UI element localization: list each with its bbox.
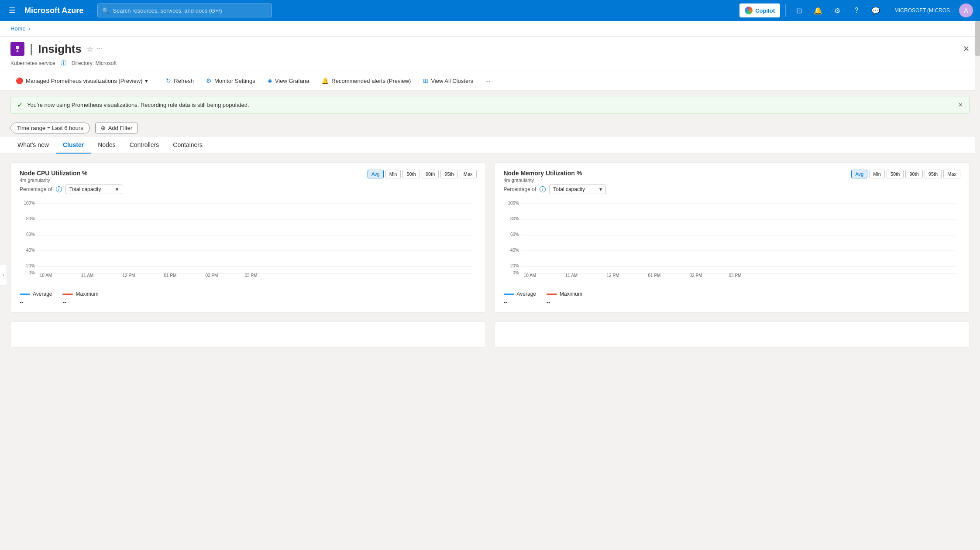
more-toolbar-icon: ··· bbox=[485, 78, 490, 84]
cpu-btn-avg[interactable]: Avg bbox=[368, 170, 384, 178]
svg-text:0%: 0% bbox=[512, 270, 519, 275]
brand-name: Microsoft Azure bbox=[24, 6, 83, 15]
view-all-clusters-label: View All Clusters bbox=[431, 78, 473, 84]
cpu-chart-svg: 100% 80% 60% 40% 20% 0% 10 AM 11 AM bbox=[20, 199, 477, 278]
memory-btn-90th[interactable]: 90th bbox=[905, 170, 922, 178]
refresh-icon: ↻ bbox=[166, 77, 171, 84]
svg-text:60%: 60% bbox=[510, 232, 519, 237]
cpu-avg-line bbox=[20, 294, 30, 295]
memory-avg-label: Average bbox=[517, 291, 536, 297]
cpu-info-icon[interactable]: i bbox=[56, 186, 62, 192]
portal-icon[interactable]: ⊡ bbox=[791, 3, 807, 18]
memory-avg-line bbox=[504, 294, 514, 295]
svg-text:02 PM: 02 PM bbox=[689, 273, 702, 278]
more-toolbar-button[interactable]: ··· bbox=[480, 75, 495, 87]
memory-btn-50th[interactable]: 50th bbox=[887, 170, 904, 178]
memory-percentage-dropdown[interactable]: Total capacity ▾ bbox=[549, 184, 606, 194]
memory-btn-max[interactable]: Max bbox=[943, 170, 960, 178]
tab-controllers[interactable]: Controllers bbox=[123, 137, 166, 154]
breadcrumb-sep: › bbox=[28, 25, 30, 32]
prometheus-button[interactable]: 🔴 Managed Prometheus visualizations (Pre… bbox=[10, 75, 153, 87]
cpu-chart-granularity: 4m granularity bbox=[20, 178, 88, 183]
memory-info-icon[interactable]: i bbox=[540, 186, 546, 192]
memory-btn-min[interactable]: Min bbox=[869, 170, 885, 178]
page-icon bbox=[10, 42, 24, 56]
svg-text:11 AM: 11 AM bbox=[81, 273, 93, 278]
time-range-button[interactable]: Time range = Last 6 hours bbox=[10, 123, 90, 133]
cpu-percentage-label: Percentage of bbox=[20, 186, 52, 192]
monitor-settings-button[interactable]: ⚙ Monitor Settings bbox=[201, 75, 261, 87]
alert-banner: ✓ You're now using Prometheus visualizat… bbox=[10, 96, 970, 114]
svg-text:10 AM: 10 AM bbox=[523, 273, 536, 278]
settings-gear-icon: ⚙ bbox=[206, 77, 212, 84]
breadcrumb-home[interactable]: Home bbox=[10, 25, 26, 32]
grafana-icon: ◈ bbox=[268, 77, 272, 84]
view-all-clusters-button[interactable]: ⊞ View All Clusters bbox=[418, 75, 478, 87]
more-options-icon[interactable]: ··· bbox=[96, 45, 102, 53]
svg-text:0%: 0% bbox=[29, 270, 35, 275]
cpu-chart-area: 100% 80% 60% 40% 20% 0% 10 AM 11 AM bbox=[20, 199, 477, 287]
monitor-settings-label: Monitor Settings bbox=[214, 78, 255, 84]
subtitle: Kubernetes service ⓘ Directory: Microsof… bbox=[10, 59, 970, 71]
svg-text:20%: 20% bbox=[26, 263, 35, 268]
help-icon[interactable]: ? bbox=[849, 3, 864, 18]
cpu-percentage-dropdown[interactable]: Total capacity ▾ bbox=[65, 184, 122, 194]
memory-avg-value: -- bbox=[504, 299, 536, 305]
tabs-container: What's new Cluster Nodes Controllers Con… bbox=[0, 137, 980, 154]
cpu-btn-95th[interactable]: 95th bbox=[440, 170, 457, 178]
feedback-icon[interactable]: 💬 bbox=[868, 3, 884, 18]
view-grafana-label: View Grafana bbox=[275, 78, 309, 84]
tab-nodes[interactable]: Nodes bbox=[91, 137, 122, 154]
cpu-chart-card: Node CPU Utilization % 4m granularity Av… bbox=[10, 162, 486, 313]
search-bar[interactable]: 🔍 Search resources, services, and docs (… bbox=[97, 3, 272, 17]
hamburger-menu[interactable]: ☰ bbox=[7, 4, 17, 17]
view-grafana-button[interactable]: ◈ View Grafana bbox=[262, 75, 315, 87]
settings-icon[interactable]: ⚙ bbox=[829, 3, 845, 18]
refresh-button[interactable]: ↻ Refresh bbox=[161, 75, 199, 87]
favorite-icon[interactable]: ☆ bbox=[87, 45, 93, 53]
tab-containers[interactable]: Containers bbox=[166, 137, 210, 154]
nav-right: Copilot ⊡ 🔔 ⚙ ? 💬 MICROSOFT (MICROSOFT.O… bbox=[739, 3, 973, 18]
alert-success-icon: ✓ bbox=[17, 101, 23, 109]
tab-whats-new[interactable]: What's new bbox=[10, 137, 56, 154]
scrollbar-thumb[interactable] bbox=[975, 21, 980, 56]
title-sep: | bbox=[30, 42, 33, 56]
svg-text:03 PM: 03 PM bbox=[245, 273, 258, 278]
memory-legend-maximum: Maximum -- bbox=[547, 291, 582, 305]
notification-icon[interactable]: 🔔 bbox=[810, 3, 826, 18]
svg-text:12 PM: 12 PM bbox=[606, 273, 619, 278]
memory-percentage-row: Percentage of i Total capacity ▾ bbox=[504, 184, 961, 194]
user-avatar[interactable]: A bbox=[959, 3, 973, 17]
toolbar: 🔴 Managed Prometheus visualizations (Pre… bbox=[0, 71, 980, 91]
svg-text:40%: 40% bbox=[510, 248, 519, 253]
alert-close-button[interactable]: ✕ bbox=[958, 102, 963, 108]
cpu-btn-min[interactable]: Min bbox=[385, 170, 401, 178]
cpu-max-line bbox=[62, 294, 73, 295]
cpu-btn-90th[interactable]: 90th bbox=[422, 170, 439, 178]
cpu-max-value: -- bbox=[62, 299, 98, 305]
memory-btn-avg[interactable]: Avg bbox=[851, 170, 867, 178]
main-content: Node CPU Utilization % 4m granularity Av… bbox=[0, 154, 980, 356]
scrollbar[interactable] bbox=[975, 21, 980, 356]
cpu-btn-max[interactable]: Max bbox=[460, 170, 477, 178]
memory-chart-area: 100% 80% 60% 40% 20% 0% 10 AM 11 AM 12 P… bbox=[504, 199, 961, 287]
refresh-label: Refresh bbox=[174, 78, 194, 84]
cpu-chart-buttons: Avg Min 50th 90th 95th Max bbox=[368, 170, 477, 178]
toolbar-divider-1 bbox=[157, 75, 157, 87]
sidebar-toggle[interactable]: › bbox=[0, 265, 7, 286]
add-filter-button[interactable]: ⊕ Add Filter bbox=[95, 123, 138, 133]
svg-text:11 AM: 11 AM bbox=[565, 273, 577, 278]
cpu-chart-title: Node CPU Utilization % bbox=[20, 170, 88, 177]
page-title: Insights bbox=[38, 42, 82, 56]
recommended-alerts-button[interactable]: 🔔 Recommended alerts (Preview) bbox=[316, 75, 416, 87]
close-button[interactable]: ✕ bbox=[963, 44, 970, 54]
cpu-btn-50th[interactable]: 50th bbox=[402, 170, 420, 178]
memory-max-value: -- bbox=[547, 299, 582, 305]
tab-cluster[interactable]: Cluster bbox=[56, 137, 91, 154]
memory-max-label: Maximum bbox=[560, 291, 582, 297]
cpu-dropdown-chevron: ▾ bbox=[116, 186, 118, 192]
copilot-label: Copilot bbox=[755, 7, 775, 14]
memory-btn-95th[interactable]: 95th bbox=[925, 170, 942, 178]
copilot-button[interactable]: Copilot bbox=[739, 3, 780, 17]
svg-text:01 PM: 01 PM bbox=[164, 273, 177, 278]
